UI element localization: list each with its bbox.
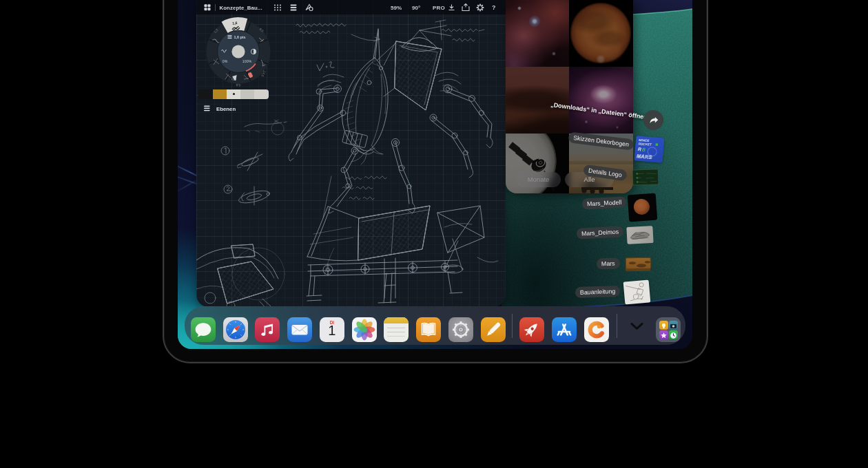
svg-text:ROCKET: ROCKET	[638, 142, 652, 147]
svg-text:R: R	[638, 147, 642, 151]
svg-text:B: B	[642, 147, 646, 152]
svg-text:MARS: MARS	[637, 153, 652, 160]
